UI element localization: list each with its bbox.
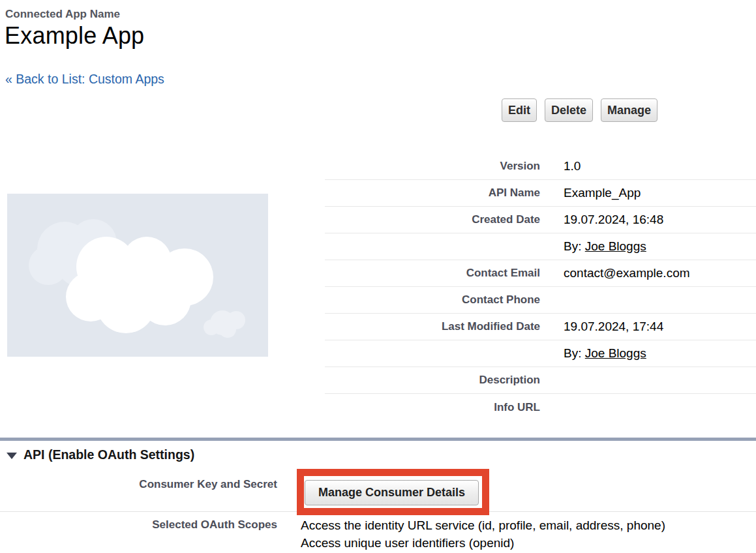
field-label: Created Date (325, 213, 540, 226)
by-prefix: By: (564, 346, 585, 360)
toolbar: Edit Delete Manage (502, 98, 658, 122)
field-value: 19.07.2024, 17:44 (564, 320, 663, 334)
manage-consumer-details-button[interactable]: Manage Consumer Details (305, 480, 479, 505)
page-title: Example App (5, 22, 144, 50)
section-divider-bar (0, 438, 756, 441)
oauth-scope-item: Access unique user identifiers (openid) (301, 534, 665, 552)
field-value: By: Joe Bloggs (564, 239, 646, 254)
oauth-section-header: API (Enable OAuth Settings) (7, 447, 194, 462)
field-label: Info URL (325, 401, 540, 414)
connected-app-detail-page: Connected App Name Example App « Back to… (0, 0, 756, 553)
detail-table: Version 1.0 API Name Example_App Created… (325, 153, 756, 421)
field-label: Description (325, 374, 540, 387)
field-value: 1.0 (564, 159, 581, 173)
detail-row-info-url: Info URL (325, 394, 756, 421)
detail-row-created-by: By: Joe Bloggs (325, 233, 756, 260)
field-value: By: Joe Bloggs (564, 346, 646, 361)
field-value: contact@example.com (564, 266, 690, 280)
field-label: Version (325, 160, 540, 173)
oauth-scopes-list: Access the identity URL service (id, pro… (301, 516, 665, 552)
consumer-key-secret-label: Consumer Key and Secret (0, 478, 277, 491)
field-label: Last Modified Date (325, 320, 540, 333)
detail-row-version: Version 1.0 (325, 153, 756, 180)
connected-app-name-caption: Connected App Name (5, 8, 120, 21)
edit-button[interactable]: Edit (502, 98, 537, 122)
field-label: Contact Phone (325, 293, 540, 306)
app-logo-image (7, 194, 268, 357)
by-prefix: By: (564, 239, 585, 253)
detail-row-modified-by: By: Joe Bloggs (325, 340, 756, 367)
cloud-illustration-icon (7, 194, 268, 357)
created-by-user-link[interactable]: Joe Bloggs (585, 239, 646, 253)
modified-by-user-link[interactable]: Joe Bloggs (585, 346, 646, 360)
detail-row-contact-phone: Contact Phone (325, 287, 756, 314)
detail-row-description: Description (325, 367, 756, 394)
field-label: API Name (325, 187, 540, 200)
field-value: Example_App (564, 186, 641, 200)
selected-oauth-scopes-label: Selected OAuth Scopes (0, 518, 277, 531)
detail-row-api-name: API Name Example_App (325, 180, 756, 207)
field-value: 19.07.2024, 16:48 (564, 213, 663, 227)
detail-row-last-modified-date: Last Modified Date 19.07.2024, 17:44 (325, 314, 756, 340)
back-to-list-link[interactable]: « Back to List: Custom Apps (5, 72, 164, 87)
oauth-scope-item: Access the identity URL service (id, pro… (301, 516, 665, 534)
collapse-triangle-icon[interactable] (7, 453, 17, 459)
detail-row-created-date: Created Date 19.07.2024, 16:48 (325, 207, 756, 233)
detail-row-contact-email: Contact Email contact@example.com (325, 260, 756, 287)
oauth-section-title: API (Enable OAuth Settings) (23, 447, 194, 462)
manage-button[interactable]: Manage (601, 98, 658, 122)
field-label: Contact Email (325, 267, 540, 280)
delete-button[interactable]: Delete (545, 98, 593, 122)
